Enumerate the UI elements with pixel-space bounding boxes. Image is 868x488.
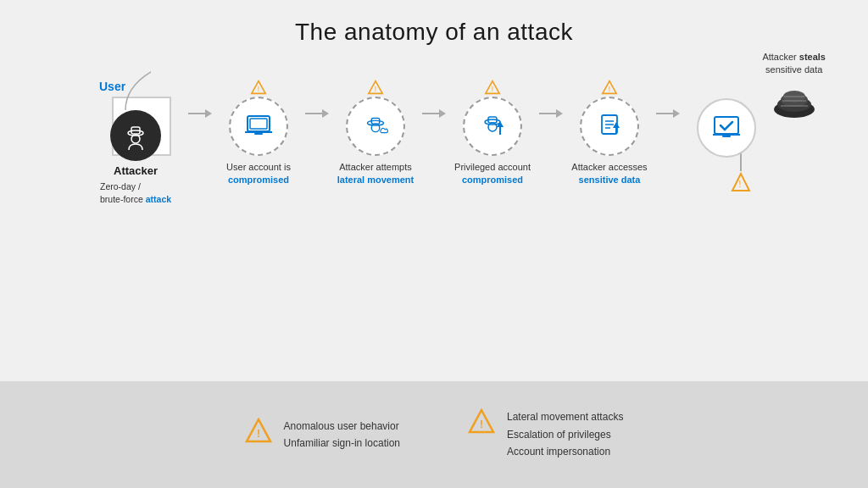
warning-icon-2: ! bbox=[367, 80, 384, 95]
circle-2 bbox=[346, 97, 405, 156]
step-final bbox=[680, 80, 773, 158]
legend-warning-icon-left: ! bbox=[245, 418, 272, 443]
privileged-icon bbox=[476, 110, 509, 142]
svg-marker-37 bbox=[613, 122, 620, 128]
main-area: The anatomy of an attack Attacker steals… bbox=[0, 0, 868, 381]
attacker-section: Attacker Zero-day / brute-force attack bbox=[100, 110, 171, 205]
svg-point-25 bbox=[485, 119, 500, 125]
legend-item-left: ! Anomalous user behavior Unfamiliar sig… bbox=[245, 418, 400, 452]
sensitive-data-icon bbox=[593, 110, 626, 142]
svg-rect-38 bbox=[715, 117, 738, 134]
steal-label: Attacker steals sensitive data bbox=[762, 51, 826, 77]
step-label-3: Privileged account compromised bbox=[446, 161, 539, 187]
svg-rect-16 bbox=[254, 133, 263, 135]
svg-text:!: ! bbox=[609, 86, 610, 93]
warning-icon-4: ! bbox=[601, 80, 618, 95]
svg-rect-17 bbox=[250, 119, 267, 129]
step-lateral: ! Attacker attempts lateral movement bbox=[329, 80, 422, 187]
attacker-circle bbox=[110, 110, 161, 161]
legend-item-right: ! Lateral movement attacks Escalation of… bbox=[468, 408, 623, 460]
page-title: The anatomy of an attack bbox=[0, 0, 868, 54]
warning-icon-3: ! bbox=[484, 80, 501, 95]
arrow-3 bbox=[422, 109, 446, 118]
warning-icon-1: ! bbox=[250, 80, 267, 95]
arrow-4 bbox=[539, 109, 563, 118]
svg-text:!: ! bbox=[375, 86, 376, 93]
circle-1 bbox=[229, 97, 288, 156]
step-label-2: Attacker attempts lateral movement bbox=[329, 161, 422, 187]
step-label-4: Attacker accesses sensitive data bbox=[563, 161, 656, 187]
circle-3 bbox=[463, 97, 522, 156]
step-sensitive: ! Attacker accesses sensitive data bbox=[563, 80, 656, 187]
attacker-arrow-icon bbox=[100, 64, 151, 110]
attacker-note: Zero-day / brute-force attack bbox=[100, 180, 171, 205]
svg-text:!: ! bbox=[257, 428, 260, 440]
arrow-1 bbox=[188, 109, 212, 118]
attacker-label: Attacker bbox=[114, 164, 158, 177]
legend-text-left: Anomalous user behavior Unfamiliar sign-… bbox=[284, 418, 400, 452]
arrow-5 bbox=[656, 109, 680, 118]
svg-point-20 bbox=[368, 120, 384, 125]
legend-text-right: Lateral movement attacks Escalation of p… bbox=[507, 408, 623, 460]
arrow-2 bbox=[305, 109, 329, 118]
laptop-icon bbox=[242, 110, 275, 142]
attacker-icon bbox=[120, 121, 151, 150]
lateral-icon bbox=[359, 110, 392, 142]
svg-text:!: ! bbox=[480, 419, 483, 430]
svg-text:!: ! bbox=[492, 86, 493, 93]
final-icon bbox=[710, 112, 743, 144]
legend-area: ! Anomalous user behavior Unfamiliar sig… bbox=[0, 381, 868, 488]
step-compromised-device: ! User account is compromised bbox=[212, 80, 305, 187]
svg-text:!: ! bbox=[258, 86, 259, 93]
circle-5 bbox=[697, 98, 756, 158]
legend-warning-icon-right: ! bbox=[468, 408, 495, 434]
circle-4 bbox=[580, 97, 639, 156]
step-label-1: User account is compromised bbox=[212, 161, 305, 187]
step-privileged: ! Privileged account compromised bbox=[446, 80, 539, 187]
svg-rect-40 bbox=[722, 136, 731, 137]
